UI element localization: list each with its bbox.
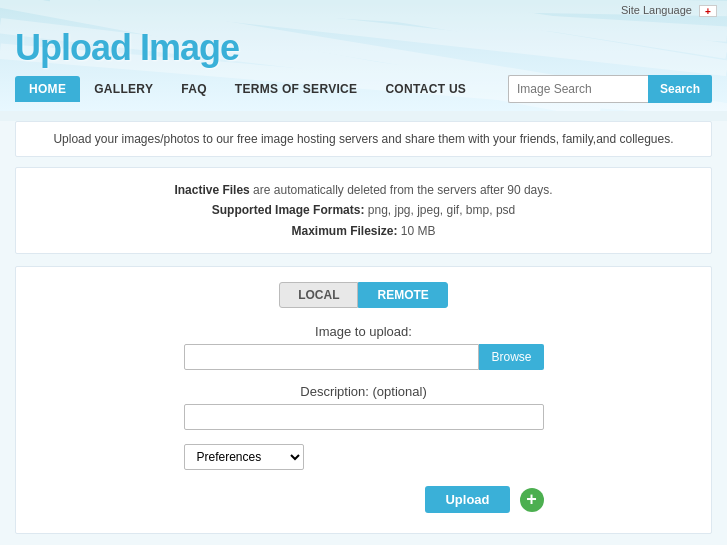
nav-item-gallery[interactable]: GALLERY [80,76,167,102]
info-line1-rest: are automatically deleted from the serve… [253,183,552,197]
tab-remote[interactable]: REMOTE [358,282,447,308]
supported-formats-label: Supported Image Formats: [212,203,365,217]
header-background: Site Language Upload Image HOME GALLERY … [0,0,727,111]
image-to-upload-label: Image to upload: [184,324,544,339]
navigation-bar: HOME GALLERY FAQ TERMS OF SERVICE CONTAC… [0,69,727,111]
info-line1: Inactive Files are automatically deleted… [36,180,691,200]
file-input-row: Browse [184,344,544,370]
search-input[interactable] [508,75,648,103]
info-box: Inactive Files are automatically deleted… [15,167,712,254]
file-input[interactable] [184,344,480,370]
description-label: Description: (optional) [184,384,544,399]
upload-form: Image to upload: Browse Description: (op… [184,324,544,513]
flag-icon [699,5,717,17]
main-content: Upload your images/photos to our free im… [0,121,727,545]
tab-row: LOCAL REMOTE [36,282,691,308]
site-language-bar: Site Language [0,0,727,19]
nav-item-faq[interactable]: FAQ [167,76,221,102]
upload-container: LOCAL REMOTE Image to upload: Browse Des… [15,266,712,534]
info-line3: Maximum Filesize: 10 MB [36,221,691,241]
info-line2-rest: png, jpg, jpeg, gif, bmp, psd [368,203,515,217]
info-line3-rest: 10 MB [401,224,436,238]
desc-label-row: Description: (optional) [184,384,544,399]
image-label-row: Image to upload: [184,324,544,339]
tab-local[interactable]: LOCAL [279,282,358,308]
upload-button[interactable]: Upload [425,486,509,513]
prefs-row: Preferences [184,444,544,470]
info-line2: Supported Image Formats: png, jpg, jpeg,… [36,200,691,220]
nav-item-tos[interactable]: TERMS OF SERVICE [221,76,372,102]
nav-links: HOME GALLERY FAQ TERMS OF SERVICE CONTAC… [15,76,480,102]
upload-action-row: Upload + [184,486,544,513]
nav-item-contact[interactable]: CONTACT US [371,76,480,102]
inactive-files-label: Inactive Files [174,183,249,197]
nav-item-home[interactable]: HOME [15,76,80,102]
info-banner: Upload your images/photos to our free im… [15,121,712,157]
add-more-icon[interactable]: + [520,488,544,512]
browse-button[interactable]: Browse [479,344,543,370]
preferences-select[interactable]: Preferences [184,444,304,470]
info-banner-text: Upload your images/photos to our free im… [53,132,673,146]
site-language-label: Site Language [621,4,692,16]
logo-area: Upload Image [0,19,727,69]
max-filesize-label: Maximum Filesize: [291,224,397,238]
search-button[interactable]: Search [648,75,712,103]
logo-text: Upload Image [15,27,239,68]
search-area: Search [508,75,712,103]
description-input[interactable] [184,404,544,430]
